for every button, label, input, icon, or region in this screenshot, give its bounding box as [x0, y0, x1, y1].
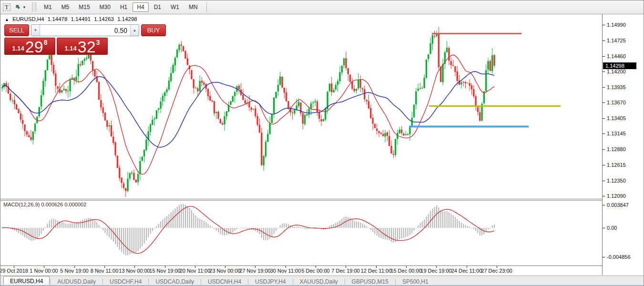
macd-axis-label: -0.004856 [607, 254, 631, 260]
price-axis-label: 1.12090 [607, 193, 626, 199]
axis-tick-mark [603, 205, 605, 205]
one-click-trading-panel: SELL ▼ ▲ BUY 1.14 29 8 1.14 32 3 [4, 24, 108, 55]
time-axis-label: 15 Dec 00:00 [390, 268, 421, 274]
bar-low-value: 1.14263 [94, 16, 114, 22]
time-axis-label: 5 Dec 00:00 [301, 268, 329, 274]
buy-price-pipette: 3 [96, 39, 100, 46]
price-axis-label: 1.13935 [607, 84, 626, 90]
time-axis-label: 1 Nov 00:00 [30, 268, 58, 274]
volume-increase-button[interactable]: ▲ [130, 25, 139, 36]
window-bottom-edge [0, 285, 644, 286]
time-axis-label: 27 Dec 23:00 [481, 268, 512, 274]
time-axis-label: 20 Nov 11:00 [180, 268, 211, 274]
time-axis-label: 24 Dec 11:00 [451, 268, 482, 274]
bar-open-value: 1.14478 [48, 16, 68, 22]
axis-tick-mark [603, 133, 605, 134]
mt4-terminal-window: T ▼ M1M5M15M30H1H4D1W1MN ▲ EURUSD,H4 1.1… [0, 0, 644, 286]
toolbar-grip-handle[interactable] [32, 2, 36, 12]
axis-tick-mark [603, 149, 605, 150]
axis-tick-mark [603, 102, 605, 103]
time-axis-label: 19 Dec 19:00 [420, 268, 451, 274]
price-axis: 1.149901.147251.144601.142001.139351.136… [603, 14, 644, 275]
timeframe-button-h1[interactable]: H1 [116, 2, 132, 12]
axis-tick-mark [603, 56, 605, 57]
time-axis: 29 Oct 20181 Nov 00:005 Nov 19:008 Nov 1… [0, 266, 602, 276]
sell-price-big: 29 [25, 40, 43, 54]
axis-tick-mark [603, 87, 605, 88]
price-axis-label: 1.14460 [607, 53, 626, 59]
timeframe-button-m15[interactable]: M15 [74, 2, 94, 12]
text-label-tool-button[interactable]: T [1, 1, 12, 13]
time-axis-label: 27 Nov 19:00 [239, 268, 270, 274]
price-axis-label: 1.13145 [607, 131, 626, 136]
timeframe-button-h4[interactable]: H4 [133, 2, 148, 12]
macd-axis-label: 0.003847 [607, 202, 629, 208]
timeframe-toolbar: M1M5M15M30H1H4D1W1MN [39, 2, 203, 12]
axis-tick-mark [603, 196, 605, 196]
plot-right-border [602, 14, 603, 275]
timeframe-button-mn[interactable]: MN [184, 2, 202, 12]
time-axis-label: 23 Nov 00:00 [209, 268, 240, 274]
timeframe-button-m5[interactable]: M5 [57, 2, 74, 12]
timeframe-button-m30[interactable]: M30 [95, 2, 115, 12]
time-axis-label: 8 Nov 11:00 [91, 268, 119, 274]
time-axis-label: 30 Nov 11:00 [270, 268, 301, 274]
axis-tick-mark [603, 25, 605, 25]
time-axis-label: 5 Nov 19:00 [60, 268, 88, 274]
axis-tick-mark [603, 257, 605, 257]
volume-stepper: ▼ ▲ [31, 24, 139, 36]
symbol-ohlc-info: ▲ EURUSD,H4 1.14478 1.14491 1.14263 1.14… [5, 16, 139, 22]
volume-input[interactable] [40, 25, 130, 36]
price-axis-label: 1.14725 [607, 38, 626, 43]
symbol-name: EURUSD,H4 [12, 16, 44, 22]
volume-decrease-button[interactable]: ▼ [31, 25, 40, 36]
profiles-button[interactable]: ▼ [13, 1, 27, 13]
axis-tick-mark [603, 118, 605, 119]
sell-price-display[interactable]: 1.14 29 8 [4, 38, 55, 55]
axis-tick-mark [603, 165, 605, 165]
buy-price-display[interactable]: 1.14 32 3 [57, 38, 108, 55]
macd-indicator-label: MACD(12,26,9) 0.000626 0.000002 [3, 202, 86, 207]
price-axis-label: 1.14990 [607, 22, 626, 28]
bar-direction-up-icon: ▲ [5, 17, 9, 22]
top-toolbar: T ▼ M1M5M15M30H1H4D1W1MN [0, 0, 644, 14]
price-axis-label: 1.12880 [607, 146, 626, 152]
sell-button[interactable]: SELL [4, 24, 29, 36]
time-axis-label: 15 Nov 19:00 [149, 268, 180, 274]
time-axis-label: 13 Nov 00:00 [119, 268, 150, 274]
price-axis-label: 1.13670 [607, 100, 626, 105]
sell-price-pipette: 8 [44, 39, 48, 46]
axis-tick-mark [603, 41, 605, 41]
text-tool-icon: T [3, 3, 10, 11]
time-axis-label: 12 Dec 11:00 [361, 268, 392, 274]
buy-price-prefix: 1.14 [65, 45, 77, 52]
toolbar-separator [206, 2, 207, 12]
price-axis-label: 1.13405 [607, 115, 626, 121]
time-axis-label: 29 Oct 2018 [0, 268, 28, 274]
macd-canvas[interactable] [0, 201, 602, 266]
buy-button[interactable]: BUY [141, 24, 166, 36]
current-price-badge: 1.14298 [603, 62, 636, 69]
axis-tick-mark [603, 72, 605, 72]
price-axis-label: 1.12615 [607, 162, 626, 168]
sell-price-prefix: 1.14 [12, 45, 24, 52]
buy-price-big: 32 [78, 40, 96, 54]
time-axis-label: 7 Dec 19:00 [331, 268, 359, 274]
chevron-down-icon[interactable]: ▼ [22, 5, 26, 10]
cycle-arrows-icon [14, 3, 21, 11]
price-axis-label: 1.12350 [607, 178, 626, 184]
timeframe-button-m1[interactable]: M1 [40, 2, 56, 12]
bar-close-value: 1.14298 [117, 16, 137, 22]
bar-high-value: 1.14491 [71, 16, 91, 22]
timeframe-button-d1[interactable]: D1 [150, 2, 165, 12]
macd-axis-label: 0.00 [607, 225, 617, 231]
timeframe-button-w1[interactable]: W1 [166, 2, 184, 12]
axis-tick-mark [603, 228, 605, 228]
axis-tick-mark [603, 181, 605, 181]
price-axis-label: 1.14200 [607, 69, 626, 74]
